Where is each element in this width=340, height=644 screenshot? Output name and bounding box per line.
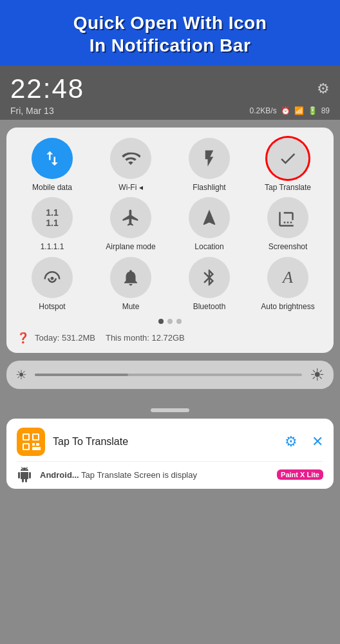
tile-bluetooth[interactable]: Bluetooth (171, 257, 247, 311)
title-banner: Quick Open With Icon In Notification Bar (0, 0, 340, 66)
tile-icon-screenshot (267, 197, 308, 238)
tile-label-airplane: Airplane mode (106, 242, 155, 251)
notification-card-tap-translate: Tap To Translate ⚙ ✕ Android... Tap Tran… (6, 419, 334, 489)
tile-icon-mobile-data (32, 138, 73, 179)
network-speed: 0.2KB/s (250, 106, 277, 115)
notif-second-text: Tap Translate Screen is display (81, 470, 197, 480)
tile-label-dns: 1.1.1.1 (41, 242, 64, 251)
data-today: Today: 531.2MB (35, 333, 95, 343)
banner-title: Quick Open With Icon In Notification Bar (10, 12, 330, 57)
notif-close-icon[interactable]: ✕ (312, 433, 323, 450)
tile-icon-tap-translate (267, 138, 308, 179)
status-bar: 22:48 ⚙ Fri, Mar 13 0.2KB/s ⏰ 📶 🔋 89 (0, 66, 340, 120)
dot-3 (176, 319, 182, 324)
tile-label-auto-brightness: Auto brightness (261, 302, 314, 311)
tiles-grid: Mobile data Wi-Fi ◂ Flashlight (14, 138, 326, 311)
notif-main-row: Tap To Translate ⚙ ✕ (17, 428, 323, 456)
tile-wifi[interactable]: Wi-Fi ◂ (93, 138, 169, 192)
tile-dns[interactable]: 1.11.1 1.1.1.1 (14, 197, 90, 251)
svg-rect-5 (24, 444, 28, 449)
tile-label-location: Location (194, 242, 223, 251)
tile-mobile-data[interactable]: Mobile data (14, 138, 90, 192)
tile-airplane[interactable]: Airplane mode (93, 197, 169, 251)
battery-icon: 🔋 (308, 106, 317, 115)
android-icon (17, 467, 32, 482)
tile-label-tap-translate: Tap Translate (265, 183, 311, 192)
tile-icon-wifi (110, 138, 151, 179)
tile-location[interactable]: Location (171, 197, 247, 251)
tile-icon-bluetooth (189, 257, 230, 298)
svg-rect-8 (32, 447, 41, 450)
notif-second-row: Android... Tap Translate Screen is displ… (17, 461, 323, 482)
brightness-track[interactable] (35, 374, 302, 376)
tile-label-flashlight: Flashlight (193, 183, 225, 192)
paint-badge: Paint X Lite (277, 469, 323, 480)
tile-label-screenshot: Screenshot (269, 242, 308, 251)
quick-settings-panel: Mobile data Wi-Fi ◂ Flashlight (6, 128, 334, 353)
tile-label-mobile-data: Mobile data (32, 183, 72, 192)
tile-icon-dns: 1.11.1 (32, 197, 73, 238)
battery-level: 89 (321, 106, 330, 115)
tile-label-mute: Mute (122, 302, 140, 311)
tile-mute[interactable]: Mute (93, 257, 169, 311)
alarm-icon: ⏰ (281, 106, 290, 115)
settings-icon[interactable]: ⚙ (317, 80, 330, 97)
notif-app-icon (17, 428, 45, 456)
notif-title: Tap To Translate (53, 436, 277, 448)
tile-icon-mute (110, 257, 151, 298)
tile-tap-translate[interactable]: Tap Translate (250, 138, 326, 192)
gray-spacer (0, 394, 340, 404)
notif-settings-icon[interactable]: ⚙ (285, 433, 298, 450)
brightness-slider-row[interactable]: ☀ ☀ (6, 361, 334, 389)
data-usage-icon: ❓ (17, 332, 30, 344)
dot-1 (158, 319, 164, 324)
clock: 22:48 (10, 73, 84, 104)
tile-icon-hotspot (32, 257, 73, 298)
tile-icon-flashlight (189, 138, 230, 179)
tile-auto-brightness[interactable]: A Auto brightness (250, 257, 326, 311)
tile-icon-airplane (110, 197, 151, 238)
brightness-high-icon: ☀ (310, 365, 325, 385)
pagination-dots (14, 319, 326, 324)
svg-rect-7 (36, 443, 39, 446)
scroll-handle (151, 408, 189, 412)
tile-flashlight[interactable]: Flashlight (171, 138, 247, 192)
tile-icon-location (189, 197, 230, 238)
date-label: Fri, Mar 13 (10, 106, 54, 116)
tile-screenshot[interactable]: Screenshot (250, 197, 326, 251)
status-icons: 0.2KB/s ⏰ 📶 🔋 89 (250, 106, 330, 115)
tile-icon-auto-brightness: A (267, 257, 308, 298)
tile-label-hotspot: Hotspot (39, 302, 65, 311)
brightness-low-icon: ☀ (15, 367, 27, 383)
tile-hotspot[interactable]: Hotspot (14, 257, 90, 311)
svg-rect-3 (33, 435, 38, 439)
notif-second-label: Android... Tap Translate Screen is displ… (40, 470, 269, 480)
dot-2 (167, 319, 173, 324)
svg-rect-1 (24, 435, 28, 439)
signal-icon: 📶 (294, 106, 304, 115)
brightness-fill (35, 374, 128, 376)
data-usage-row: ❓ Today: 531.2MB This month: 12.72GB (14, 329, 326, 345)
tile-label-wifi: Wi-Fi ◂ (118, 183, 142, 192)
tile-label-bluetooth: Bluetooth (193, 302, 226, 311)
data-month: This month: 12.72GB (106, 333, 185, 343)
svg-rect-6 (32, 443, 35, 446)
